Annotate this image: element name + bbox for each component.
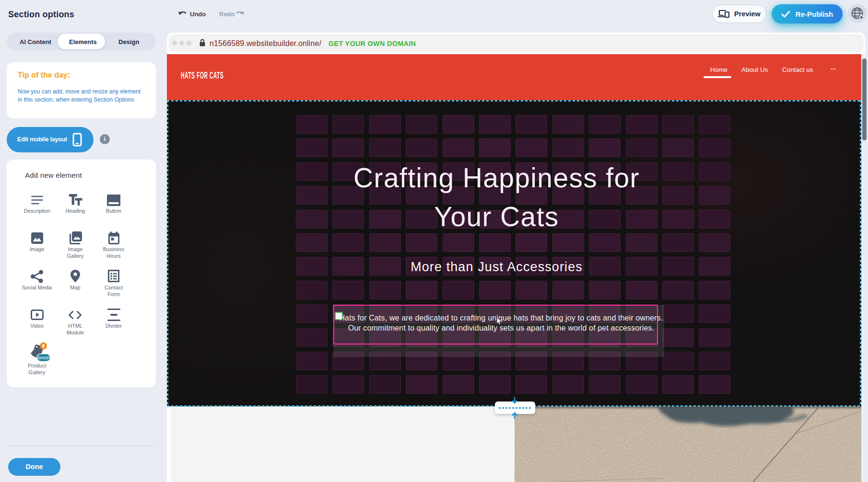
svg-text:SHOP: SHOP	[37, 356, 50, 360]
